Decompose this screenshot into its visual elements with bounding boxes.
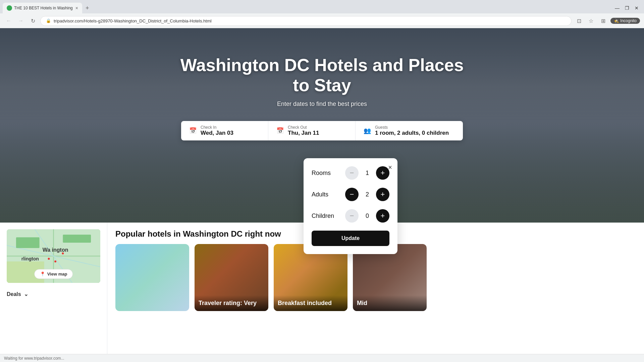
children-decrement-button[interactable]: − xyxy=(345,209,359,223)
hotel-card[interactable]: Breakfast included xyxy=(274,244,347,311)
card-overlay: Traveler rating: Very xyxy=(195,295,268,311)
svg-point-7 xyxy=(48,258,50,260)
incognito-label: Incognito xyxy=(620,18,637,23)
adults-row: Adults − 2 + xyxy=(312,188,389,201)
calendar-icon: 📅 xyxy=(189,127,197,134)
rooms-decrement-button[interactable]: − xyxy=(345,166,359,180)
rooms-value: 1 xyxy=(364,170,371,177)
checkout-value: Thu, Jan 11 xyxy=(288,130,319,136)
children-stepper: − 0 + xyxy=(345,209,389,223)
svg-rect-6 xyxy=(63,235,91,243)
url-bar[interactable]: 🔒 tripadvisor.com/Hotels-g28970-Washingt… xyxy=(40,16,572,26)
left-sidebar: rlington Wa ington 📍 View map Deals ⌄ xyxy=(0,223,107,362)
refresh-button[interactable]: ↻ xyxy=(28,16,38,25)
map-thumbnail: rlington Wa ington 📍 View map xyxy=(7,229,100,283)
address-bar: ← → ↻ 🔒 tripadvisor.com/Hotels-g28970-Wa… xyxy=(0,13,644,28)
checkout-label: Check Out xyxy=(288,125,319,130)
guests-popup: × Rooms − 1 + Adults − 2 + Children − 0 xyxy=(304,158,397,254)
adults-label: Adults xyxy=(312,191,328,198)
hotel-card[interactable]: Traveler rating: Very xyxy=(195,244,268,311)
new-tab-button[interactable]: + xyxy=(84,4,91,12)
checkin-field[interactable]: 📅 Check In Wed, Jan 03 xyxy=(181,121,268,140)
forward-button[interactable]: → xyxy=(16,16,25,25)
tab-favicon xyxy=(7,5,12,11)
adults-decrement-button[interactable]: − xyxy=(345,188,359,201)
rooms-stepper: − 1 + xyxy=(345,166,389,180)
card-overlay: Breakfast included xyxy=(274,295,347,311)
status-bar: Waiting for www.tripadvisor.com... xyxy=(0,354,644,362)
url-text: tripadvisor.com/Hotels-g28970-Washington… xyxy=(54,18,566,23)
browser-chrome: THE 10 BEST Hotels in Washing × + — ❐ ✕ … xyxy=(0,0,644,28)
window-close-button[interactable]: ✕ xyxy=(635,5,639,11)
popup-close-button[interactable]: × xyxy=(388,164,392,171)
rooms-increment-button[interactable]: + xyxy=(376,166,389,180)
page-content: Washington DC Hotels and Places to Stay … xyxy=(0,28,644,362)
children-value: 0 xyxy=(364,213,371,220)
cast-icon[interactable]: ⊡ xyxy=(574,16,584,25)
tab-close-button[interactable]: × xyxy=(75,5,78,11)
guests-field[interactable]: 👥 Guests 1 room, 2 adults, 0 children xyxy=(356,121,463,140)
location-pin-icon: 📍 xyxy=(40,272,45,277)
back-button[interactable]: ← xyxy=(4,16,13,25)
window-controls: — ❐ ✕ xyxy=(615,5,641,11)
deals-chevron-icon: ⌄ xyxy=(24,291,28,297)
status-text: Waiting for www.tripadvisor.com... xyxy=(4,356,64,361)
hero-subtitle: Enter dates to find the best prices xyxy=(277,101,367,108)
window-restore-button[interactable]: ❐ xyxy=(625,5,629,11)
svg-text:Wa  ington: Wa ington xyxy=(43,247,68,253)
adults-stepper: − 2 + xyxy=(345,188,389,201)
checkin-label: Check In xyxy=(201,125,233,130)
incognito-icon: 🕵 xyxy=(614,18,619,23)
update-button[interactable]: Update xyxy=(312,231,389,246)
incognito-badge: 🕵 Incognito xyxy=(610,18,640,24)
adults-increment-button[interactable]: + xyxy=(376,188,389,201)
active-tab[interactable]: THE 10 BEST Hotels in Washing × xyxy=(3,3,82,13)
sidebar-toggle-icon[interactable]: ⊞ xyxy=(598,16,608,25)
tab-title: THE 10 BEST Hotels in Washing xyxy=(14,6,73,10)
checkout-calendar-icon: 📅 xyxy=(276,127,284,134)
svg-text:rlington: rlington xyxy=(21,256,39,261)
rooms-label: Rooms xyxy=(312,170,331,177)
children-label: Children xyxy=(312,213,334,220)
window-minimize-button[interactable]: — xyxy=(615,5,620,11)
guests-icon: 👥 xyxy=(364,127,371,134)
checkout-field[interactable]: 📅 Check Out Thu, Jan 11 xyxy=(268,121,356,140)
card-overlay-text: Traveler rating: Very xyxy=(199,299,264,307)
hotel-card[interactable]: Mid xyxy=(353,244,427,311)
view-map-label: View map xyxy=(47,272,67,277)
card-overlay: Mid xyxy=(353,295,427,311)
hotel-cards-container: Traveler rating: Very Breakfast included… xyxy=(115,244,636,311)
children-row: Children − 0 + xyxy=(312,209,389,223)
search-bar: 📅 Check In Wed, Jan 03 📅 Check Out Thu, … xyxy=(181,121,463,140)
tab-bar: THE 10 BEST Hotels in Washing × + — ❐ ✕ xyxy=(0,0,644,13)
lock-icon: 🔒 xyxy=(46,18,51,23)
card-overlay-text: Breakfast included xyxy=(278,299,343,307)
hotel-card[interactable] xyxy=(115,244,189,311)
deals-button[interactable]: Deals ⌄ xyxy=(7,288,28,300)
card-overlay-text: Mid xyxy=(357,299,423,307)
guests-value: 1 room, 2 adults, 0 children xyxy=(375,130,449,136)
hotel-card-image xyxy=(115,244,189,311)
svg-point-9 xyxy=(54,260,56,262)
hero-title: Washington DC Hotels and Places to Stay xyxy=(171,55,473,95)
children-increment-button[interactable]: + xyxy=(376,209,389,223)
rooms-row: Rooms − 1 + xyxy=(312,166,389,180)
svg-rect-5 xyxy=(16,237,40,248)
checkin-value: Wed, Jan 03 xyxy=(201,130,233,136)
adults-value: 2 xyxy=(364,191,371,198)
view-map-button[interactable]: 📍 View map xyxy=(34,269,73,279)
bookmark-icon[interactable]: ☆ xyxy=(586,16,596,25)
guests-label: Guests xyxy=(375,125,449,130)
address-bar-icons: ⊡ ☆ ⊞ 🕵 Incognito xyxy=(574,16,640,25)
deals-label: Deals xyxy=(7,291,21,297)
